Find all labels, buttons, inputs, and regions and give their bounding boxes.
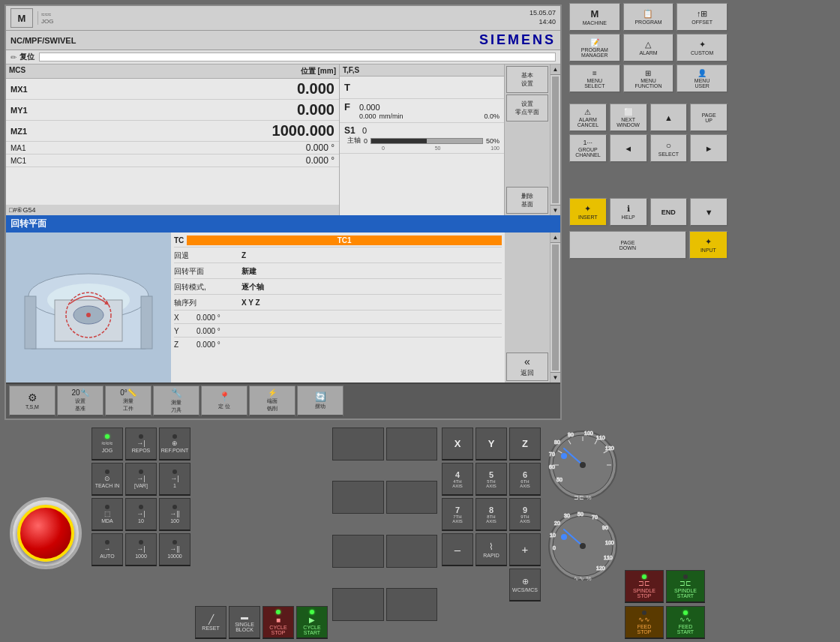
center-btn-6[interactable] bbox=[386, 535, 438, 568]
nav-right[interactable]: ► bbox=[690, 134, 728, 163]
mode-refpoint[interactable]: ⊕ REF.POINT bbox=[159, 428, 190, 460]
axis-9th[interactable]: 9 9THAXIS bbox=[509, 498, 541, 531]
func-btn-prog-manager[interactable]: 📝 PROGRAM MANAGER bbox=[569, 34, 621, 62]
mode-jog[interactable]: ≈≈≈ JOG bbox=[92, 428, 123, 460]
axis-5th[interactable]: 5 5THAXIS bbox=[476, 463, 507, 496]
mode-mda[interactable]: ⬚ MDA bbox=[92, 498, 123, 531]
nav-next-window[interactable]: ⬜ NEXT WINDOW bbox=[610, 104, 648, 132]
wcs-mcs-btn[interactable]: ⊕ WCS/MCS bbox=[509, 568, 541, 602]
axis-plus[interactable]: + bbox=[509, 533, 541, 566]
func-btn-menu-select[interactable]: ≡ MENU SELECT bbox=[569, 64, 621, 93]
svg-text:90: 90 bbox=[602, 525, 608, 530]
lower-scroll-thumb[interactable] bbox=[552, 244, 559, 371]
softkey-swing[interactable]: 🔄 摆动 bbox=[297, 386, 344, 417]
nav-help[interactable]: ℹ HELP bbox=[610, 198, 648, 226]
mode-1[interactable]: →| 1 bbox=[159, 463, 190, 496]
lower-scrollbar[interactable]: ▲ ▼ bbox=[550, 232, 560, 383]
axis-mc1-value: 0.000 ° bbox=[44, 155, 334, 166]
scroll-thumb[interactable] bbox=[552, 76, 559, 203]
nav-input[interactable]: ✦ INPUT bbox=[689, 231, 728, 260]
softkey-position[interactable]: 📍 定 位 bbox=[201, 386, 248, 417]
lower-scroll-down[interactable]: ▼ bbox=[550, 372, 560, 382]
f-label: F bbox=[344, 101, 356, 112]
sidebar-btn-zero[interactable]: 设置 零点平面 bbox=[506, 94, 548, 122]
nav-insert[interactable]: ✦ INSERT bbox=[569, 198, 608, 226]
softkey-setting[interactable]: 20🔧 设置 基准 bbox=[57, 386, 104, 417]
axis-6th[interactable]: 6 6THAXIS bbox=[509, 463, 541, 496]
machine-view bbox=[6, 232, 171, 383]
center-btn-4[interactable] bbox=[386, 481, 438, 514]
mode-var[interactable]: →| [VAR] bbox=[125, 463, 157, 496]
tc-row3-key: 回转模式, bbox=[174, 282, 226, 292]
softkey-tsm[interactable]: ⚙ T,S,M bbox=[9, 386, 56, 417]
sidebar-btn-delete[interactable]: 删除 基面 bbox=[506, 187, 548, 214]
tc-row1-key: 回退 bbox=[174, 250, 226, 261]
mode-teachin[interactable]: ⊙ TEACH IN bbox=[92, 463, 123, 496]
center-btn-7[interactable] bbox=[332, 588, 384, 621]
func-btn-menu-function[interactable]: ⊞ MENU FUNCTION bbox=[623, 64, 675, 93]
func-btn-custom[interactable]: ✦ CUSTOM bbox=[676, 34, 728, 62]
center-btn-1[interactable] bbox=[332, 428, 384, 460]
axis-minus[interactable]: – bbox=[442, 533, 473, 566]
mode-1000[interactable]: →| 1000 bbox=[125, 533, 157, 566]
main-scrollbar[interactable]: ▲ ▼ bbox=[550, 64, 560, 215]
axis-7th[interactable]: 7 7THAXIS bbox=[442, 498, 473, 531]
scroll-up-arrow[interactable]: ▲ bbox=[550, 64, 560, 75]
func-btn-machine[interactable]: M MACHINE bbox=[569, 3, 621, 32]
axis-z[interactable]: Z bbox=[509, 428, 541, 460]
nav-alarm-cancel[interactable]: ⚠ ALARM CANCEL bbox=[569, 104, 608, 132]
nav-end[interactable]: END bbox=[650, 198, 688, 226]
axis-mc1-label: MC1 bbox=[10, 157, 44, 165]
emergency-stop-button[interactable] bbox=[17, 505, 74, 562]
mode-100[interactable]: →|| 100 bbox=[159, 498, 190, 531]
center-btn-5[interactable] bbox=[332, 535, 384, 568]
func-btn-alarm[interactable]: △ ALARM bbox=[623, 34, 675, 62]
nav-up[interactable]: ▲ bbox=[650, 104, 688, 132]
spindle-ctrl-grid: ⊐⊏ SPINDLE STOP ⊐⊏ SPINDLE START bbox=[625, 570, 705, 603]
axis-x[interactable]: X bbox=[442, 428, 473, 460]
nav-select[interactable]: ○ SELECT bbox=[650, 134, 688, 163]
center-btn-3[interactable] bbox=[332, 481, 384, 514]
mode-10000[interactable]: →|| 10000 bbox=[159, 533, 190, 566]
axis-8th[interactable]: 8 8THAXIS bbox=[476, 498, 507, 531]
mode-repos[interactable]: →| REPOS bbox=[125, 428, 157, 460]
ctrl-reset[interactable]: ╱ RESET bbox=[195, 606, 226, 639]
spindle-stop-btn[interactable]: ⊐⊏ SPINDLE STOP bbox=[625, 570, 664, 603]
func-btn-menu-user[interactable]: 👤 MENU USER bbox=[676, 64, 728, 93]
ctrl-cycle-stop[interactable]: ■ CYCLE STOP bbox=[262, 606, 294, 639]
mcs-label: MCS bbox=[9, 66, 26, 76]
center-btn-8[interactable] bbox=[386, 588, 438, 621]
sidebar-buttons: 基本 设置 设置 零点平面 删除 基面 bbox=[505, 64, 550, 215]
lower-scroll-up[interactable]: ▲ bbox=[550, 232, 560, 243]
nav-page-down[interactable]: PAGE DOWN bbox=[569, 231, 687, 260]
nav-down[interactable]: ▼ bbox=[690, 198, 728, 226]
ctrl-single-block[interactable]: ▬ SINGLE BLOCK bbox=[229, 606, 260, 639]
feed-start-btn[interactable]: ∿∿ FEED START bbox=[666, 606, 705, 639]
mode-auto[interactable]: → AUTO bbox=[92, 533, 123, 566]
center-btn-2[interactable] bbox=[386, 428, 438, 460]
nc-path: NC/MPF/SWIVEL bbox=[10, 36, 76, 45]
axis-rapid[interactable]: ⌇ RAPID bbox=[476, 533, 507, 566]
mode-10[interactable]: →| 10 bbox=[125, 498, 157, 531]
nav-page-up[interactable]: PAGE UP bbox=[690, 104, 728, 132]
nav-left[interactable]: ◄ bbox=[610, 134, 648, 163]
softkey-measure-part[interactable]: 0°📏 测量 工件 bbox=[105, 386, 152, 417]
softkey-face-mill[interactable]: ⚡ 端面 铣削 bbox=[249, 386, 296, 417]
spindle-start-btn[interactable]: ⊐⊏ SPINDLE START bbox=[666, 570, 705, 603]
ctrl-cycle-start[interactable]: ▶ CYCLE START bbox=[296, 606, 328, 639]
func-btn-offset[interactable]: ↑⊞ OFFSET bbox=[676, 3, 728, 32]
return-button[interactable]: « 返回 bbox=[506, 352, 548, 381]
axis-4th[interactable]: 4 4THAXIS bbox=[442, 463, 473, 496]
axis-y[interactable]: Y bbox=[476, 428, 507, 460]
s1-pct: 50% bbox=[486, 137, 500, 145]
tc-x-row: X 0.000 ° bbox=[174, 312, 502, 324]
softkey-measure-tool[interactable]: 🔧 测量 刀具 bbox=[153, 386, 200, 417]
sidebar-btn-basic[interactable]: 基本 设置 bbox=[506, 66, 548, 93]
scroll-down-arrow[interactable]: ▼ bbox=[550, 205, 560, 215]
bottom-ctrl-grid: ╱ RESET ▬ SINGLE BLOCK ■ CYCLE STOP ▶ CY… bbox=[195, 606, 328, 639]
svg-text:60: 60 bbox=[549, 464, 555, 470]
nav-group-channel[interactable]: 1··· GROUP CHANNEL bbox=[569, 134, 608, 163]
feed-stop-btn[interactable]: ∿∿ FEED STOP bbox=[625, 606, 664, 639]
func-btn-program[interactable]: 📋 PROGRAM bbox=[623, 3, 675, 32]
pos-mm-label: 位置 [mm] bbox=[301, 66, 336, 76]
